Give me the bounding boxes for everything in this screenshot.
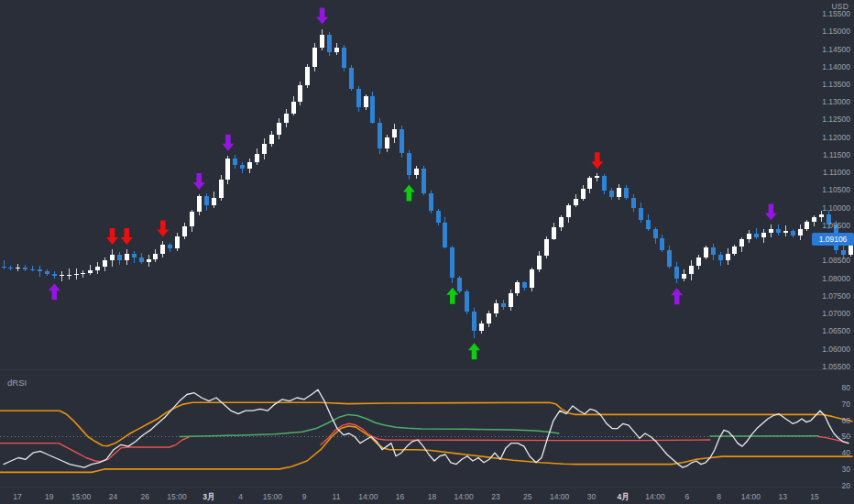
- signal-arrow-up: [403, 184, 415, 201]
- time-tick-label: 14:00: [454, 492, 475, 501]
- rsi-tick-label: 20: [842, 481, 851, 490]
- time-tick-label: 9: [302, 492, 307, 501]
- time-tick-label: 18: [428, 492, 437, 501]
- price-tick-label: 1.05500: [822, 362, 850, 371]
- rsi-tick-label: 50: [842, 432, 851, 441]
- time-tick-label: 11: [333, 492, 341, 501]
- time-tick-label: 3月: [203, 492, 214, 501]
- currency-label: USD: [831, 2, 849, 11]
- time-tick-label: 14:00: [645, 492, 665, 501]
- axis-labels: 1.155001.150001.145001.140001.135001.130…: [13, 9, 850, 501]
- time-tick-label: 15: [810, 492, 819, 501]
- price-tick-label: 1.10500: [822, 185, 850, 194]
- price-tick-label: 1.14500: [822, 45, 850, 54]
- price-tick-label: 1.12000: [822, 133, 850, 142]
- price-tick-label: 1.11500: [823, 150, 850, 159]
- signal-arrow-down: [121, 228, 133, 245]
- price-tick-label: 1.12500: [822, 115, 850, 124]
- price-chart-canvas[interactable]: 1.155001.150001.145001.140001.135001.130…: [0, 0, 854, 504]
- signal-arrow-down: [591, 152, 603, 169]
- time-tick-label: 8: [717, 492, 721, 501]
- time-tick-label: 6: [684, 492, 689, 501]
- rsi-tick-label: 60: [842, 416, 851, 425]
- price-tick-label: 1.08000: [822, 274, 850, 283]
- price-tick-label: 1.07000: [822, 309, 850, 318]
- rsi-tick-label: 40: [842, 448, 851, 457]
- price-tick-label: 1.07500: [822, 291, 850, 301]
- time-tick-label: 17: [13, 492, 22, 501]
- indicator-label: dRSI: [7, 378, 27, 388]
- time-tick-label: 4: [238, 492, 243, 501]
- signal-arrows-layer: [49, 8, 777, 360]
- time-tick-label: 15:00: [71, 492, 92, 501]
- signal-arrow-up: [446, 288, 458, 304]
- price-tick-label: 1.15000: [822, 27, 850, 36]
- price-tick-label: 1.11000: [823, 168, 850, 177]
- time-tick-label: 24: [109, 492, 118, 501]
- price-tick-label: 1.13000: [822, 97, 850, 106]
- signal-arrow-up: [671, 288, 683, 304]
- time-tick-label: 14:00: [358, 492, 378, 501]
- time-tick-label: 15:00: [263, 492, 283, 501]
- time-tick-label: 16: [396, 492, 405, 501]
- time-tick-label: 19: [45, 492, 54, 501]
- rsi-tick-label: 80: [842, 383, 851, 392]
- signal-arrow-down: [157, 220, 169, 236]
- signal-arrow-down: [193, 173, 205, 190]
- time-tick-label: 23: [491, 492, 500, 501]
- candlestick-series[interactable]: [2, 29, 853, 339]
- price-tick-label: 1.09500: [822, 221, 850, 230]
- signal-arrow-up: [49, 283, 60, 300]
- drsi-pane[interactable]: [0, 389, 854, 472]
- price-tick-label: 1.13500: [822, 80, 850, 89]
- time-tick-label: 14:00: [550, 492, 570, 501]
- last-price-tag[interactable]: 1.09106: [812, 233, 854, 246]
- price-tick-label: 1.14000: [822, 62, 850, 71]
- signal-arrow-down: [106, 228, 118, 245]
- time-tick-label: 4月: [618, 492, 630, 501]
- signal-arrow-down: [316, 8, 328, 25]
- price-tick-label: 1.10000: [822, 203, 850, 213]
- signal-arrow-down: [222, 135, 234, 151]
- time-tick-label: 15:00: [167, 492, 187, 501]
- time-tick-label: 13: [778, 492, 787, 501]
- time-tick-label: 25: [523, 492, 532, 501]
- chart-root: 1.155001.150001.145001.140001.135001.130…: [0, 0, 854, 504]
- time-tick-label: 14:00: [741, 492, 761, 501]
- time-tick-label: 26: [140, 492, 149, 501]
- drsi-signal-red-line: [321, 423, 710, 444]
- signal-arrow-up: [468, 343, 480, 359]
- time-tick-label: 30: [587, 492, 597, 501]
- price-tick-label: 1.06500: [822, 326, 850, 335]
- signal-arrow-down: [765, 203, 777, 220]
- drsi-lower-band-line: [0, 426, 852, 472]
- rsi-tick-label: 30: [842, 465, 851, 474]
- drsi-signal-green-line: [180, 414, 559, 436]
- rsi-tick-label: 70: [842, 400, 851, 409]
- price-tick-label: 1.06000: [822, 345, 850, 354]
- price-tick-label: 1.08500: [822, 256, 850, 265]
